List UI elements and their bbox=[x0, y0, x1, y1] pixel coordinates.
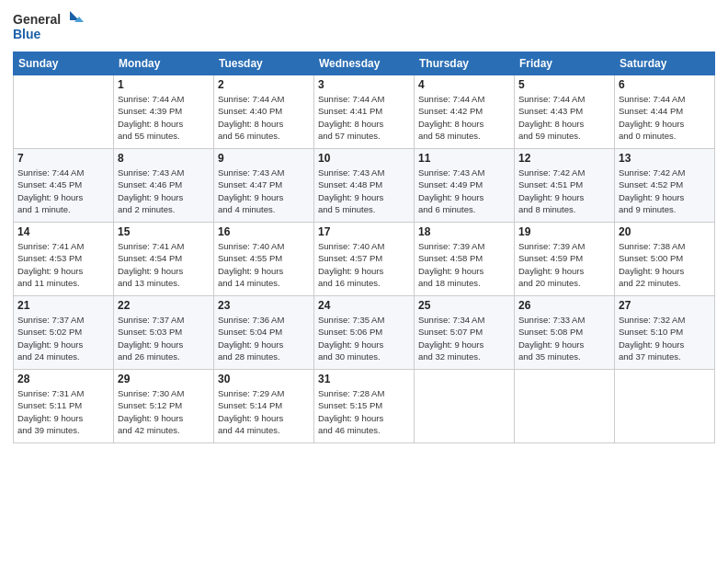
day-number: 18 bbox=[418, 225, 510, 238]
calendar-cell: 19Sunrise: 7:39 AM Sunset: 4:59 PM Dayli… bbox=[515, 223, 615, 296]
day-number: 4 bbox=[418, 78, 510, 91]
calendar-cell: 12Sunrise: 7:42 AM Sunset: 4:51 PM Dayli… bbox=[515, 149, 615, 223]
day-number: 22 bbox=[118, 299, 210, 312]
logo-svg: GeneralBlue bbox=[13, 9, 86, 44]
day-number: 6 bbox=[619, 78, 711, 91]
weekday-header-sunday: Sunday bbox=[14, 52, 114, 75]
calendar-cell bbox=[515, 370, 615, 443]
weekday-header-row: SundayMondayTuesdayWednesdayThursdayFrid… bbox=[14, 52, 715, 75]
calendar-cell: 9Sunrise: 7:43 AM Sunset: 4:47 PM Daylig… bbox=[214, 149, 314, 223]
day-info: Sunrise: 7:41 AM Sunset: 4:54 PM Dayligh… bbox=[118, 240, 210, 289]
svg-text:Blue: Blue bbox=[13, 27, 41, 41]
day-number: 31 bbox=[318, 373, 410, 385]
day-number: 28 bbox=[17, 373, 109, 385]
calendar-cell: 17Sunrise: 7:40 AM Sunset: 4:57 PM Dayli… bbox=[314, 223, 415, 296]
weekday-header-wednesday: Wednesday bbox=[314, 52, 415, 75]
day-number: 7 bbox=[17, 152, 109, 165]
calendar-cell: 2Sunrise: 7:44 AM Sunset: 4:40 PM Daylig… bbox=[214, 75, 314, 149]
calendar-cell: 29Sunrise: 7:30 AM Sunset: 5:12 PM Dayli… bbox=[114, 370, 214, 443]
day-number: 1 bbox=[118, 78, 210, 91]
week-row-0: 1Sunrise: 7:44 AM Sunset: 4:39 PM Daylig… bbox=[14, 75, 715, 149]
calendar-cell: 14Sunrise: 7:41 AM Sunset: 4:53 PM Dayli… bbox=[14, 223, 114, 296]
day-number: 16 bbox=[218, 225, 310, 238]
day-info: Sunrise: 7:41 AM Sunset: 4:53 PM Dayligh… bbox=[17, 240, 109, 289]
day-info: Sunrise: 7:34 AM Sunset: 5:07 PM Dayligh… bbox=[418, 314, 510, 362]
day-number: 24 bbox=[318, 299, 410, 312]
calendar-cell: 16Sunrise: 7:40 AM Sunset: 4:55 PM Dayli… bbox=[214, 223, 314, 296]
day-info: Sunrise: 7:44 AM Sunset: 4:43 PM Dayligh… bbox=[518, 93, 610, 142]
logo: GeneralBlue bbox=[13, 9, 86, 44]
day-number: 12 bbox=[518, 152, 610, 165]
day-info: Sunrise: 7:44 AM Sunset: 4:42 PM Dayligh… bbox=[418, 93, 510, 142]
calendar-cell: 4Sunrise: 7:44 AM Sunset: 4:42 PM Daylig… bbox=[415, 75, 515, 149]
day-info: Sunrise: 7:44 AM Sunset: 4:45 PM Dayligh… bbox=[17, 167, 109, 215]
day-number: 5 bbox=[518, 78, 610, 91]
calendar-cell: 23Sunrise: 7:36 AM Sunset: 5:04 PM Dayli… bbox=[214, 296, 314, 370]
calendar-cell: 5Sunrise: 7:44 AM Sunset: 4:43 PM Daylig… bbox=[515, 75, 615, 149]
day-info: Sunrise: 7:38 AM Sunset: 5:00 PM Dayligh… bbox=[619, 240, 711, 289]
day-info: Sunrise: 7:32 AM Sunset: 5:10 PM Dayligh… bbox=[619, 314, 711, 362]
day-number: 20 bbox=[619, 225, 711, 238]
day-info: Sunrise: 7:42 AM Sunset: 4:51 PM Dayligh… bbox=[518, 167, 610, 215]
day-info: Sunrise: 7:39 AM Sunset: 4:58 PM Dayligh… bbox=[418, 240, 510, 289]
calendar-cell: 30Sunrise: 7:29 AM Sunset: 5:14 PM Dayli… bbox=[214, 370, 314, 443]
day-info: Sunrise: 7:31 AM Sunset: 5:11 PM Dayligh… bbox=[17, 387, 109, 436]
day-info: Sunrise: 7:43 AM Sunset: 4:46 PM Dayligh… bbox=[118, 167, 210, 215]
day-number: 8 bbox=[118, 152, 210, 165]
day-info: Sunrise: 7:28 AM Sunset: 5:15 PM Dayligh… bbox=[318, 387, 410, 436]
calendar-cell: 20Sunrise: 7:38 AM Sunset: 5:00 PM Dayli… bbox=[615, 223, 715, 296]
day-number: 25 bbox=[418, 299, 510, 312]
day-number: 3 bbox=[318, 78, 410, 91]
day-info: Sunrise: 7:44 AM Sunset: 4:40 PM Dayligh… bbox=[218, 93, 310, 142]
week-row-4: 28Sunrise: 7:31 AM Sunset: 5:11 PM Dayli… bbox=[14, 370, 715, 443]
day-number: 30 bbox=[218, 373, 310, 385]
day-number: 29 bbox=[118, 373, 210, 385]
calendar-cell bbox=[14, 75, 114, 149]
week-row-1: 7Sunrise: 7:44 AM Sunset: 4:45 PM Daylig… bbox=[14, 149, 715, 223]
day-info: Sunrise: 7:40 AM Sunset: 4:57 PM Dayligh… bbox=[318, 240, 410, 289]
calendar-table: SundayMondayTuesdayWednesdayThursdayFrid… bbox=[13, 52, 715, 443]
calendar-cell: 10Sunrise: 7:43 AM Sunset: 4:48 PM Dayli… bbox=[314, 149, 415, 223]
day-number: 27 bbox=[619, 299, 711, 312]
calendar-cell: 15Sunrise: 7:41 AM Sunset: 4:54 PM Dayli… bbox=[114, 223, 214, 296]
calendar-cell: 6Sunrise: 7:44 AM Sunset: 4:44 PM Daylig… bbox=[615, 75, 715, 149]
calendar-cell: 8Sunrise: 7:43 AM Sunset: 4:46 PM Daylig… bbox=[114, 149, 214, 223]
day-info: Sunrise: 7:37 AM Sunset: 5:03 PM Dayligh… bbox=[118, 314, 210, 362]
calendar-cell: 1Sunrise: 7:44 AM Sunset: 4:39 PM Daylig… bbox=[114, 75, 214, 149]
day-info: Sunrise: 7:44 AM Sunset: 4:44 PM Dayligh… bbox=[619, 93, 711, 142]
calendar-cell bbox=[415, 370, 515, 443]
day-info: Sunrise: 7:36 AM Sunset: 5:04 PM Dayligh… bbox=[218, 314, 310, 362]
day-info: Sunrise: 7:30 AM Sunset: 5:12 PM Dayligh… bbox=[118, 387, 210, 436]
day-number: 10 bbox=[318, 152, 410, 165]
day-number: 26 bbox=[518, 299, 610, 312]
day-number: 21 bbox=[17, 299, 109, 312]
day-info: Sunrise: 7:35 AM Sunset: 5:06 PM Dayligh… bbox=[318, 314, 410, 362]
day-info: Sunrise: 7:43 AM Sunset: 4:47 PM Dayligh… bbox=[218, 167, 310, 215]
weekday-header-saturday: Saturday bbox=[615, 52, 715, 75]
calendar-cell: 25Sunrise: 7:34 AM Sunset: 5:07 PM Dayli… bbox=[415, 296, 515, 370]
day-number: 19 bbox=[518, 225, 610, 238]
calendar-cell: 26Sunrise: 7:33 AM Sunset: 5:08 PM Dayli… bbox=[515, 296, 615, 370]
day-info: Sunrise: 7:44 AM Sunset: 4:41 PM Dayligh… bbox=[318, 93, 410, 142]
day-number: 15 bbox=[118, 225, 210, 238]
day-info: Sunrise: 7:33 AM Sunset: 5:08 PM Dayligh… bbox=[518, 314, 610, 362]
day-info: Sunrise: 7:44 AM Sunset: 4:39 PM Dayligh… bbox=[118, 93, 210, 142]
week-row-3: 21Sunrise: 7:37 AM Sunset: 5:02 PM Dayli… bbox=[14, 296, 715, 370]
calendar-cell: 13Sunrise: 7:42 AM Sunset: 4:52 PM Dayli… bbox=[615, 149, 715, 223]
day-number: 11 bbox=[418, 152, 510, 165]
day-number: 14 bbox=[17, 225, 109, 238]
calendar-cell: 18Sunrise: 7:39 AM Sunset: 4:58 PM Dayli… bbox=[415, 223, 515, 296]
day-info: Sunrise: 7:43 AM Sunset: 4:48 PM Dayligh… bbox=[318, 167, 410, 215]
header: GeneralBlue bbox=[13, 9, 715, 44]
day-number: 2 bbox=[218, 78, 310, 91]
calendar-cell: 11Sunrise: 7:43 AM Sunset: 4:49 PM Dayli… bbox=[415, 149, 515, 223]
calendar-cell: 28Sunrise: 7:31 AM Sunset: 5:11 PM Dayli… bbox=[14, 370, 114, 443]
calendar-cell: 22Sunrise: 7:37 AM Sunset: 5:03 PM Dayli… bbox=[114, 296, 214, 370]
calendar-cell: 27Sunrise: 7:32 AM Sunset: 5:10 PM Dayli… bbox=[615, 296, 715, 370]
calendar-cell: 7Sunrise: 7:44 AM Sunset: 4:45 PM Daylig… bbox=[14, 149, 114, 223]
day-number: 23 bbox=[218, 299, 310, 312]
calendar-cell bbox=[615, 370, 715, 443]
calendar-cell: 21Sunrise: 7:37 AM Sunset: 5:02 PM Dayli… bbox=[14, 296, 114, 370]
day-info: Sunrise: 7:39 AM Sunset: 4:59 PM Dayligh… bbox=[518, 240, 610, 289]
day-info: Sunrise: 7:43 AM Sunset: 4:49 PM Dayligh… bbox=[418, 167, 510, 215]
